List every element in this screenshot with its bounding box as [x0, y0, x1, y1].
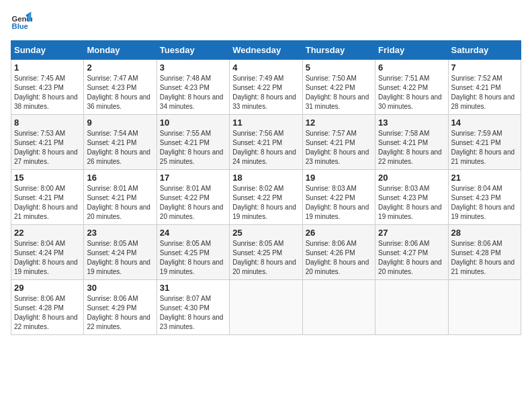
day-info: Sunrise: 8:05 AM Sunset: 4:25 PM Dayligh…: [232, 239, 299, 277]
calendar-day-cell: [375, 280, 448, 335]
calendar-day-cell: 1 Sunrise: 7:45 AM Sunset: 4:23 PM Dayli…: [11, 60, 84, 115]
day-number: 23: [87, 228, 153, 238]
day-number: 7: [451, 62, 518, 73]
day-number: 22: [14, 228, 81, 238]
calendar-day-cell: [448, 280, 521, 335]
calendar-day-cell: 26 Sunrise: 8:06 AM Sunset: 4:26 PM Dayl…: [302, 225, 375, 280]
day-info: Sunrise: 7:50 AM Sunset: 4:22 PM Dayligh…: [306, 74, 372, 111]
day-info: Sunrise: 8:06 AM Sunset: 4:29 PM Dayligh…: [87, 294, 153, 332]
calendar-day-cell: 16 Sunrise: 8:01 AM Sunset: 4:21 PM Dayl…: [84, 170, 157, 225]
calendar-day-cell: 31 Sunrise: 8:07 AM Sunset: 4:30 PM Dayl…: [157, 280, 229, 335]
calendar-day-cell: 28 Sunrise: 8:06 AM Sunset: 4:28 PM Dayl…: [448, 225, 521, 280]
day-info: Sunrise: 7:53 AM Sunset: 4:21 PM Dayligh…: [14, 129, 81, 167]
day-info: Sunrise: 8:04 AM Sunset: 4:24 PM Dayligh…: [14, 239, 81, 277]
calendar-day-cell: 9 Sunrise: 7:54 AM Sunset: 4:21 PM Dayli…: [84, 115, 157, 170]
day-info: Sunrise: 7:58 AM Sunset: 4:21 PM Dayligh…: [378, 129, 445, 167]
day-info: Sunrise: 8:01 AM Sunset: 4:21 PM Dayligh…: [87, 184, 153, 222]
day-info: Sunrise: 8:07 AM Sunset: 4:30 PM Dayligh…: [160, 294, 226, 332]
calendar-day-cell: 29 Sunrise: 8:06 AM Sunset: 4:28 PM Dayl…: [11, 280, 84, 335]
calendar-week-row: 15 Sunrise: 8:00 AM Sunset: 4:21 PM Dayl…: [11, 170, 521, 225]
day-info: Sunrise: 8:06 AM Sunset: 4:28 PM Dayligh…: [451, 239, 518, 277]
weekday-header-saturday: Saturday: [448, 41, 521, 60]
weekday-header-row: SundayMondayTuesdayWednesdayThursdayFrid…: [11, 41, 521, 60]
calendar-day-cell: 15 Sunrise: 8:00 AM Sunset: 4:21 PM Dayl…: [11, 170, 84, 225]
svg-text:Blue: Blue: [12, 22, 28, 30]
day-number: 12: [306, 118, 372, 128]
day-number: 19: [306, 173, 372, 183]
day-info: Sunrise: 8:03 AM Sunset: 4:23 PM Dayligh…: [378, 184, 445, 222]
day-number: 8: [14, 118, 81, 128]
day-info: Sunrise: 7:48 AM Sunset: 4:23 PM Dayligh…: [160, 74, 226, 111]
day-number: 9: [87, 118, 153, 128]
page-header: General Blue: [11, 11, 521, 32]
weekday-header-thursday: Thursday: [302, 41, 375, 60]
day-info: Sunrise: 7:59 AM Sunset: 4:21 PM Dayligh…: [451, 129, 518, 167]
day-number: 26: [306, 228, 372, 238]
logo: General Blue: [11, 11, 32, 32]
day-info: Sunrise: 8:06 AM Sunset: 4:27 PM Dayligh…: [378, 239, 445, 277]
calendar-day-cell: 17 Sunrise: 8:01 AM Sunset: 4:22 PM Dayl…: [157, 170, 229, 225]
day-number: 27: [378, 228, 445, 238]
calendar-day-cell: 14 Sunrise: 7:59 AM Sunset: 4:21 PM Dayl…: [448, 115, 521, 170]
calendar-day-cell: 25 Sunrise: 8:05 AM Sunset: 4:25 PM Dayl…: [230, 225, 302, 280]
day-number: 13: [378, 118, 445, 128]
day-number: 15: [14, 173, 81, 183]
day-info: Sunrise: 7:49 AM Sunset: 4:22 PM Dayligh…: [232, 74, 299, 111]
day-info: Sunrise: 8:04 AM Sunset: 4:23 PM Dayligh…: [451, 184, 518, 222]
day-info: Sunrise: 7:57 AM Sunset: 4:21 PM Dayligh…: [306, 129, 372, 167]
day-info: Sunrise: 8:06 AM Sunset: 4:26 PM Dayligh…: [306, 239, 372, 277]
day-number: 18: [232, 173, 299, 183]
calendar-day-cell: 13 Sunrise: 7:58 AM Sunset: 4:21 PM Dayl…: [375, 115, 448, 170]
day-number: 2: [87, 62, 153, 73]
day-number: 30: [87, 283, 153, 293]
day-info: Sunrise: 7:56 AM Sunset: 4:21 PM Dayligh…: [232, 129, 299, 167]
day-number: 28: [451, 228, 518, 238]
logo-icon: General Blue: [11, 11, 32, 32]
day-number: 3: [160, 62, 226, 73]
calendar-day-cell: 8 Sunrise: 7:53 AM Sunset: 4:21 PM Dayli…: [11, 115, 84, 170]
day-info: Sunrise: 7:52 AM Sunset: 4:21 PM Dayligh…: [451, 74, 518, 111]
calendar-day-cell: 12 Sunrise: 7:57 AM Sunset: 4:21 PM Dayl…: [302, 115, 375, 170]
day-number: 31: [160, 283, 226, 293]
calendar-week-row: 1 Sunrise: 7:45 AM Sunset: 4:23 PM Dayli…: [11, 60, 521, 115]
day-info: Sunrise: 8:03 AM Sunset: 4:22 PM Dayligh…: [306, 184, 372, 222]
day-info: Sunrise: 7:47 AM Sunset: 4:23 PM Dayligh…: [87, 74, 153, 111]
calendar-day-cell: 20 Sunrise: 8:03 AM Sunset: 4:23 PM Dayl…: [375, 170, 448, 225]
day-number: 29: [14, 283, 81, 293]
day-info: Sunrise: 8:01 AM Sunset: 4:22 PM Dayligh…: [160, 184, 226, 222]
day-number: 21: [451, 173, 518, 183]
day-number: 1: [14, 62, 81, 73]
weekday-header-tuesday: Tuesday: [157, 41, 229, 60]
calendar-day-cell: 6 Sunrise: 7:51 AM Sunset: 4:22 PM Dayli…: [375, 60, 448, 115]
calendar-day-cell: 18 Sunrise: 8:02 AM Sunset: 4:22 PM Dayl…: [230, 170, 302, 225]
calendar-day-cell: 30 Sunrise: 8:06 AM Sunset: 4:29 PM Dayl…: [84, 280, 157, 335]
calendar-day-cell: 21 Sunrise: 8:04 AM Sunset: 4:23 PM Dayl…: [448, 170, 521, 225]
day-info: Sunrise: 7:54 AM Sunset: 4:21 PM Dayligh…: [87, 129, 153, 167]
day-info: Sunrise: 8:00 AM Sunset: 4:21 PM Dayligh…: [14, 184, 81, 222]
calendar-day-cell: 10 Sunrise: 7:55 AM Sunset: 4:21 PM Dayl…: [157, 115, 229, 170]
calendar-day-cell: 19 Sunrise: 8:03 AM Sunset: 4:22 PM Dayl…: [302, 170, 375, 225]
calendar-table: SundayMondayTuesdayWednesdayThursdayFrid…: [11, 40, 521, 335]
day-info: Sunrise: 8:02 AM Sunset: 4:22 PM Dayligh…: [232, 184, 299, 222]
day-info: Sunrise: 8:05 AM Sunset: 4:25 PM Dayligh…: [160, 239, 226, 277]
day-number: 6: [378, 62, 445, 73]
day-info: Sunrise: 8:05 AM Sunset: 4:24 PM Dayligh…: [87, 239, 153, 277]
weekday-header-friday: Friday: [375, 41, 448, 60]
weekday-header-sunday: Sunday: [11, 41, 84, 60]
calendar-day-cell: 27 Sunrise: 8:06 AM Sunset: 4:27 PM Dayl…: [375, 225, 448, 280]
calendar-day-cell: 22 Sunrise: 8:04 AM Sunset: 4:24 PM Dayl…: [11, 225, 84, 280]
calendar-day-cell: 4 Sunrise: 7:49 AM Sunset: 4:22 PM Dayli…: [230, 60, 302, 115]
day-number: 25: [232, 228, 299, 238]
calendar-day-cell: [302, 280, 375, 335]
calendar-day-cell: 5 Sunrise: 7:50 AM Sunset: 4:22 PM Dayli…: [302, 60, 375, 115]
calendar-week-row: 8 Sunrise: 7:53 AM Sunset: 4:21 PM Dayli…: [11, 115, 521, 170]
day-info: Sunrise: 8:06 AM Sunset: 4:28 PM Dayligh…: [14, 294, 81, 332]
calendar-day-cell: 3 Sunrise: 7:48 AM Sunset: 4:23 PM Dayli…: [157, 60, 229, 115]
calendar-day-cell: 24 Sunrise: 8:05 AM Sunset: 4:25 PM Dayl…: [157, 225, 229, 280]
calendar-week-row: 29 Sunrise: 8:06 AM Sunset: 4:28 PM Dayl…: [11, 280, 521, 335]
calendar-day-cell: 23 Sunrise: 8:05 AM Sunset: 4:24 PM Dayl…: [84, 225, 157, 280]
day-number: 11: [232, 118, 299, 128]
day-info: Sunrise: 7:55 AM Sunset: 4:21 PM Dayligh…: [160, 129, 226, 167]
day-info: Sunrise: 7:45 AM Sunset: 4:23 PM Dayligh…: [14, 74, 81, 111]
day-number: 4: [232, 62, 299, 73]
